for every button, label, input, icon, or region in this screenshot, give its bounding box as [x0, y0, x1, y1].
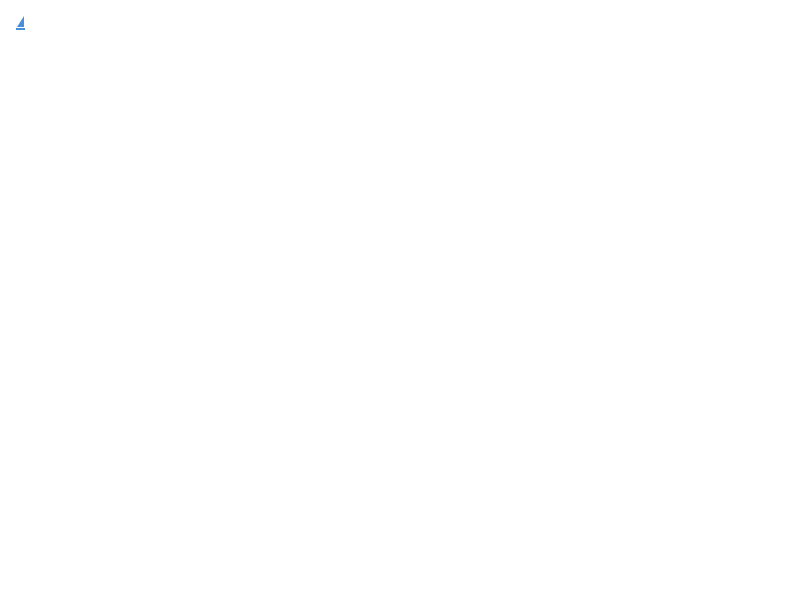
logo-triangle-icon — [17, 16, 24, 27]
logo-underline — [16, 28, 25, 30]
page-header — [16, 16, 776, 30]
logo — [16, 16, 25, 30]
